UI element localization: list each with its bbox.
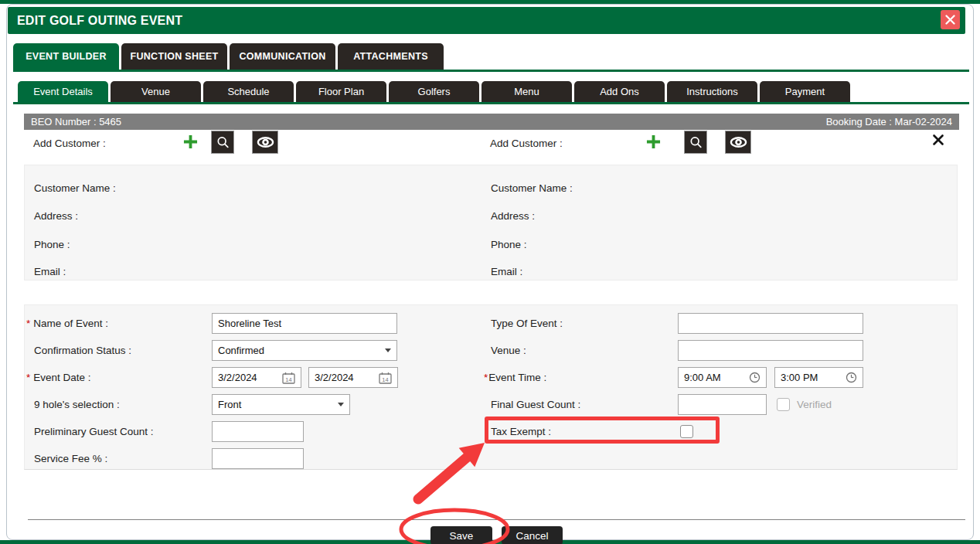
confirmation-status-row: Confirmation Status : <box>34 340 131 361</box>
name-of-event-row: * Name of Event : <box>26 313 108 334</box>
add-customer-label-right: Add Customer : <box>490 138 563 149</box>
search-icon <box>689 135 703 150</box>
x-icon <box>932 134 944 146</box>
nine-holes-row: 9 hole's selection : <box>34 394 120 415</box>
event-end-date-picker[interactable]: 3/2/2024 14 <box>308 367 398 388</box>
clock-icon <box>749 372 761 383</box>
event-date-label: Event Date : <box>33 372 90 383</box>
remove-customer-button[interactable] <box>932 134 946 148</box>
phone-label-right: Phone : <box>491 239 527 250</box>
nine-holes-value: Front <box>218 399 338 410</box>
chevron-down-icon <box>338 403 344 406</box>
booking-date: Booking Date : Mar-02-2024 <box>826 114 952 130</box>
required-asterisk: * <box>26 372 30 383</box>
beo-number: BEO Number : 5465 <box>31 114 121 130</box>
svg-text:14: 14 <box>285 376 291 382</box>
view-customer-button-left[interactable] <box>252 131 278 154</box>
event-end-time-picker[interactable]: 3:00 PM <box>774 367 863 388</box>
event-details-form: * Name of Event : Confirmation Status : … <box>24 304 958 470</box>
event-time-row: * Event Time : <box>484 367 546 388</box>
eye-icon <box>730 136 747 148</box>
confirmation-status-dropdown[interactable]: Confirmed <box>212 340 397 361</box>
view-customer-button-right[interactable] <box>725 131 751 154</box>
subtab-menu[interactable]: Menu <box>481 81 572 102</box>
main-tab-strip: EVENT BUILDER FUNCTION SHEET COMMUNICATI… <box>13 43 444 70</box>
phone-label-left: Phone : <box>34 239 70 250</box>
eye-icon <box>257 136 274 148</box>
subtab-venue[interactable]: Venue <box>111 81 201 102</box>
tab-communication[interactable]: COMMUNICATION <box>230 43 335 70</box>
final-guest-count-input[interactable] <box>678 394 767 415</box>
customer-info-panel: Customer Name : Address : Phone : Email … <box>24 165 958 280</box>
main-tab-underline <box>13 70 969 72</box>
dialog-close-button[interactable] <box>941 10 960 29</box>
subtab-golfers[interactable]: Golfers <box>389 81 479 102</box>
close-icon <box>945 15 955 25</box>
add-customer-button-right[interactable] <box>646 134 662 150</box>
nine-holes-label: 9 hole's selection : <box>34 399 120 410</box>
confirmation-status-label: Confirmation Status : <box>34 345 131 356</box>
final-guest-count-label: Final Guest Count : <box>491 399 580 410</box>
preliminary-guest-count-label: Preliminary Guest Count : <box>34 426 154 437</box>
footer-divider <box>28 519 965 520</box>
address-label-left: Address : <box>34 210 78 222</box>
info-bar: BEO Number : 5465 Booking Date : Mar-02-… <box>24 114 959 130</box>
subtab-event-details[interactable]: Event Details <box>18 81 108 102</box>
address-label-right: Address : <box>491 210 535 222</box>
required-asterisk: * <box>484 372 488 383</box>
service-fee-input[interactable] <box>212 448 304 469</box>
calendar-icon: 14 <box>282 372 295 384</box>
sub-tab-underline <box>13 102 969 104</box>
subtab-instructions[interactable]: Instructions <box>667 81 757 102</box>
tab-attachments[interactable]: ATTACHMENTS <box>338 43 444 70</box>
venue-label: Venue : <box>491 345 526 356</box>
dialog-title: EDIT GOLF OUTING EVENT <box>8 7 965 34</box>
service-fee-row: Service Fee % : <box>34 448 107 469</box>
tax-exempt-checkbox[interactable] <box>680 425 693 438</box>
preliminary-guest-count-row: Preliminary Guest Count : <box>34 421 154 442</box>
subtab-floor-plan[interactable]: Floor Plan <box>296 81 386 102</box>
calendar-icon: 14 <box>379 372 392 384</box>
required-asterisk: * <box>26 318 30 329</box>
confirmation-status-value: Confirmed <box>218 345 385 356</box>
clock-icon <box>846 372 857 383</box>
search-customer-button-left[interactable] <box>211 131 234 154</box>
subtab-schedule[interactable]: Schedule <box>203 81 294 102</box>
tab-event-builder[interactable]: EVENT BUILDER <box>13 43 119 70</box>
cancel-button[interactable]: Cancel <box>502 526 563 544</box>
nine-holes-select[interactable]: Front <box>212 394 350 415</box>
venue-input[interactable] <box>678 340 863 361</box>
search-icon <box>216 135 230 150</box>
event-start-date-value: 3/2/2024 <box>218 372 282 383</box>
add-customer-button-left[interactable] <box>183 134 199 150</box>
type-of-event-label: Type Of Event : <box>491 318 563 329</box>
customer-name-label-right: Customer Name : <box>491 182 573 194</box>
email-label-right: Email : <box>491 266 522 277</box>
subtab-payment[interactable]: Payment <box>760 81 850 102</box>
service-fee-label: Service Fee % : <box>34 453 107 464</box>
search-customer-button-right[interactable] <box>684 131 707 154</box>
customer-name-label-left: Customer Name : <box>34 182 116 194</box>
plus-icon <box>183 134 198 149</box>
verified-label: Verified <box>797 399 832 410</box>
event-date-row: * Event Date : <box>26 367 91 388</box>
event-end-date-value: 3/2/2024 <box>315 372 379 383</box>
venue-row: Venue : <box>491 340 526 361</box>
tab-function-sheet[interactable]: FUNCTION SHEET <box>121 43 227 70</box>
final-guest-count-row: Final Guest Count : <box>491 394 580 415</box>
name-of-event-label: Name of Event : <box>33 318 108 329</box>
type-of-event-input[interactable] <box>678 313 863 334</box>
svg-text:14: 14 <box>382 376 388 382</box>
verified-checkbox[interactable] <box>777 398 790 411</box>
sub-tab-strip: Event Details Venue Schedule Floor Plan … <box>18 81 850 102</box>
name-of-event-input[interactable] <box>212 313 397 334</box>
event-start-date-picker[interactable]: 3/2/2024 14 <box>212 367 301 388</box>
add-customer-label-left: Add Customer : <box>33 138 106 149</box>
event-start-time-value: 9:00 AM <box>684 372 749 383</box>
save-button[interactable]: Save <box>430 526 492 544</box>
preliminary-guest-count-input[interactable] <box>212 421 304 442</box>
plus-icon <box>646 134 661 149</box>
subtab-add-ons[interactable]: Add Ons <box>574 81 665 102</box>
event-start-time-picker[interactable]: 9:00 AM <box>678 367 767 388</box>
type-of-event-row: Type Of Event : <box>491 313 563 334</box>
